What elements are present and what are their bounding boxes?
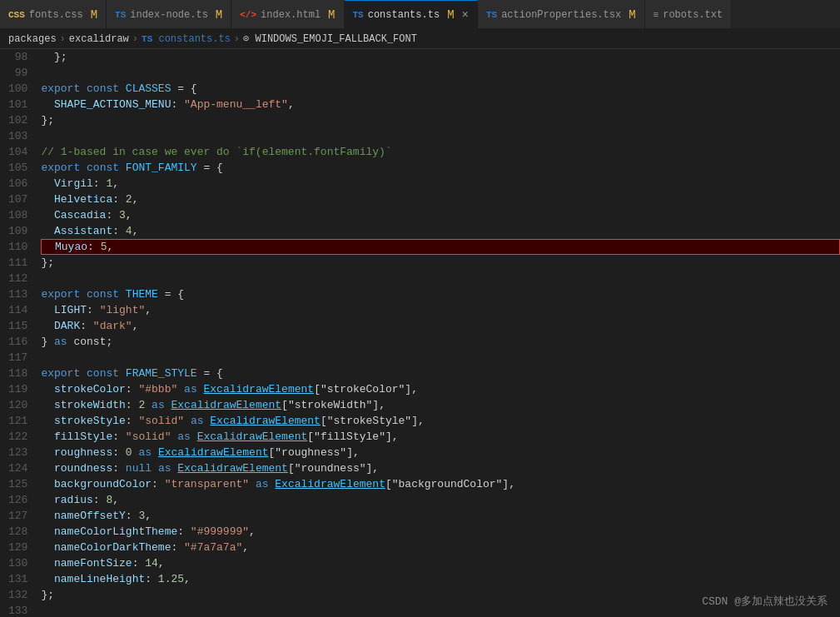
tab-label: robots.txt	[663, 9, 723, 21]
modified-indicator: M	[447, 8, 454, 22]
code-line-111: };	[41, 255, 840, 271]
code-content: }; export const CLASSES = { SHAPE_ACTION…	[34, 49, 840, 616]
code-line-128: nameColorLightTheme: "#999999",	[41, 524, 840, 540]
css-icon: CSS	[8, 10, 25, 20]
tab-label: fonts.css	[29, 9, 83, 21]
breadcrumb: packages › excalidraw › TS constants.ts …	[0, 29, 840, 49]
modified-indicator: M	[91, 8, 97, 22]
code-line-105: export const FONT_FAMILY = {	[41, 160, 840, 176]
breadcrumb-packages[interactable]: packages	[8, 33, 57, 45]
ts-icon: TS	[486, 10, 497, 20]
code-line-121: strokeStyle: "solid" as ExcalidrawElemen…	[41, 413, 840, 429]
tab-label: constants.ts	[368, 9, 440, 21]
html-icon: </>	[240, 10, 256, 20]
code-line-125: backgroundColor: "transparent" as Excali…	[41, 476, 840, 492]
code-line-129: nameColorDarkTheme: "#7a7a7a",	[41, 540, 840, 555]
modified-indicator: M	[629, 8, 635, 22]
tab-label: index-node.ts	[130, 9, 208, 21]
tab-index-node-ts[interactable]: TS index-node.ts M	[107, 0, 231, 29]
tab-bar: CSS fonts.css M TS index-node.ts M </> i…	[0, 0, 840, 29]
code-line-110: Muyao: 5,	[41, 239, 840, 255]
watermark: CSDN @多加点辣也没关系	[702, 594, 828, 609]
code-line-130: nameFontSize: 14,	[41, 555, 840, 571]
modified-indicator: M	[216, 8, 222, 22]
code-line-122: fillStyle: "solid" as ExcalidrawElement[…	[41, 429, 840, 445]
tab-index-html[interactable]: </> index.html M	[231, 0, 344, 29]
line-numbers: 98 99 100 101 102 103 104 105 106 107 10…	[0, 49, 34, 616]
code-line-107: Helvetica: 2,	[41, 192, 840, 207]
code-line-98: };	[41, 49, 840, 65]
tab-label: actionProperties.tsx	[501, 9, 621, 21]
code-line-106: Virgil: 1,	[41, 176, 840, 192]
code-line-104: // 1-based in case we ever do `if(elemen…	[41, 144, 840, 160]
code-line-123: roughness: 0 as ExcalidrawElement["rough…	[41, 445, 840, 460]
code-line-116: } as const;	[41, 334, 840, 350]
code-line-108: Cascadia: 3,	[41, 207, 840, 223]
code-area: 98 99 100 101 102 103 104 105 106 107 10…	[0, 49, 840, 616]
code-line-131: nameLineHeight: 1.25,	[41, 571, 840, 587]
code-line-109: Assistant: 4,	[41, 223, 840, 239]
breadcrumb-symbol[interactable]: ⊙ WINDOWS_EMOJI_FALLBACK_FONT	[243, 32, 417, 45]
code-line-120: strokeWidth: 2 as ExcalidrawElement["str…	[41, 397, 840, 413]
tab-fonts-css[interactable]: CSS fonts.css M	[0, 0, 107, 29]
tab-robots-txt[interactable]: ≡ robots.txt	[645, 0, 733, 29]
tab-actionproperties-tsx[interactable]: TS actionProperties.tsx M	[478, 0, 645, 29]
code-line-113: export const THEME = {	[41, 286, 840, 302]
code-line-119: strokeColor: "#bbb" as ExcalidrawElement…	[41, 381, 840, 397]
code-line-103	[41, 128, 840, 144]
code-line-124: roundness: null as ExcalidrawElement["ro…	[41, 460, 840, 476]
code-line-99	[41, 65, 840, 81]
breadcrumb-constants-ts[interactable]: TS constants.ts	[142, 33, 231, 45]
ts-icon: TS	[353, 10, 364, 20]
close-icon[interactable]: ×	[462, 9, 469, 21]
tab-label: index.html	[261, 9, 321, 21]
code-line-112	[41, 271, 840, 286]
ts-icon: TS	[115, 10, 126, 20]
code-line-126: radius: 8,	[41, 492, 840, 508]
code-line-101: SHAPE_ACTIONS_MENU: "App-menu__left",	[41, 97, 840, 112]
breadcrumb-excalidraw[interactable]: excalidraw	[69, 33, 129, 45]
code-line-127: nameOffsetY: 3,	[41, 508, 840, 524]
code-line-102: };	[41, 112, 840, 128]
modified-indicator: M	[328, 8, 335, 22]
code-line-100: export const CLASSES = {	[41, 81, 840, 97]
txt-icon: ≡	[654, 10, 659, 20]
code-line-118: export const FRAME_STYLE = {	[41, 366, 840, 381]
code-line-114: LIGHT: "light",	[41, 302, 840, 318]
code-line-117	[41, 350, 840, 366]
code-line-115: DARK: "dark",	[41, 318, 840, 334]
tab-constants-ts[interactable]: TS constants.ts M ×	[345, 0, 478, 29]
